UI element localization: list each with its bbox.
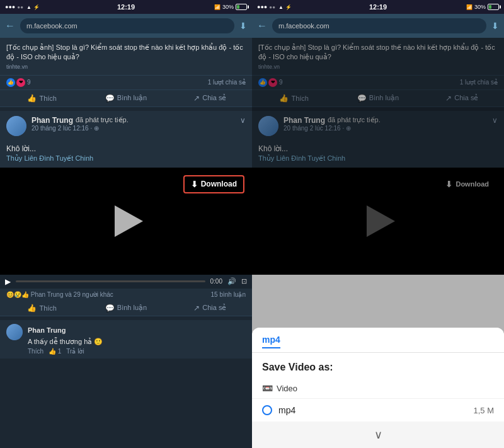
post-chevron-icon[interactable]: ∨ <box>240 116 246 125</box>
post-action-text: đã phát trực tiếp. <box>76 116 129 125</box>
like-btn-label: Thích <box>39 95 57 102</box>
chevron-down-icon[interactable]: ∨ <box>374 428 382 442</box>
comment-btn-label: Bình luận <box>117 94 147 102</box>
radio-circle[interactable] <box>262 405 272 415</box>
right-browser-bar: ← m.facebook.com ⬇ <box>252 14 504 38</box>
footer-comments: 15 bình luận <box>211 291 246 298</box>
right-browser-download-icon[interactable]: ⬇ <box>491 21 499 31</box>
dialog-option-row[interactable]: mp4 1,5 M <box>252 398 504 422</box>
avatar <box>6 116 26 136</box>
right-url-text: m.facebook.com <box>278 22 329 30</box>
left-time: 12:19 <box>117 3 135 11</box>
post-author-row: Phan Trung đã phát trực tiếp. <box>32 116 235 125</box>
action-buttons-row2: 👍 Thích 💬 Bình luận ↗ Chia sẻ <box>0 301 252 316</box>
reactions-row: 👍 ❤ 9 1 lượt chia sẻ <box>0 76 252 90</box>
article-snippet: [Tốc chụp ảnh] Stop là gì? Kiểm soát sto… <box>0 38 252 76</box>
back-button[interactable]: ← <box>5 20 15 32</box>
share-btn-label: Chia sẻ <box>202 94 226 102</box>
video-cassette-icon: 📼 <box>262 383 273 393</box>
right-signal-bars: ●●● <box>257 4 267 10</box>
mp4-dialog[interactable]: mp4 Save Video as: 📼 Video mp4 1,5 M ∨ <box>252 328 504 448</box>
comment-like-btn[interactable]: Thích <box>28 348 43 355</box>
action-buttons-row1: 👍 Thích 💬 Bình luận ↗ Chia sẻ <box>0 90 252 107</box>
share-count: 1 lượt chia sẻ <box>208 79 246 86</box>
right-time: 12:19 <box>369 3 387 11</box>
like-icon: 👍 <box>6 78 15 87</box>
signal-icon: 📶 <box>214 4 220 10</box>
option-size: 1,5 M <box>473 406 494 415</box>
share-btn-icon-2: ↗ <box>193 304 200 313</box>
footer-reactions: 😊😢👍 Phan Trung và 29 người khác <box>6 291 113 298</box>
mp4-tab-row: mp4 <box>252 328 504 353</box>
volume-icon[interactable]: 🔊 <box>227 277 236 285</box>
dialog-section-text: Video <box>277 384 297 393</box>
share-button-2[interactable]: ↗ Chia sẻ <box>168 304 252 313</box>
right-status-bar: ●●● ●● ▲ ⚡ 12:19 📶 30% <box>252 0 504 14</box>
like-button-2[interactable]: 👍 Thích <box>0 304 84 313</box>
left-phone-panel: ●●● ●● ▲ ⚡ 12:19 📶 30% ← m.facebook.com … <box>0 0 252 448</box>
battery-area: 📶 30% <box>214 4 247 10</box>
share-button[interactable]: ↗ Chia sẻ <box>168 94 252 103</box>
video-time: 0:00 <box>210 278 222 285</box>
play-button-icon[interactable] <box>115 205 143 237</box>
post-caption: Khô lời... Thủy Liên Đình Tuyết Chinh <box>0 141 252 168</box>
comment-section: Phan Trung A thấy dễ thương hả 🙂 Thích 👍… <box>0 320 252 359</box>
progress-bar[interactable] <box>16 280 205 282</box>
right-battery-percent: 30% <box>474 4 486 10</box>
caption-line1: Khô lời... <box>6 144 246 154</box>
url-bar[interactable]: m.facebook.com <box>20 18 234 33</box>
right-wifi-icon: ▲ <box>278 4 284 10</box>
caption-line2: Thủy Liên Đình Tuyết Chinh <box>6 154 246 163</box>
share-btn-icon: ↗ <box>193 94 200 103</box>
comment-content: Phan Trung A thấy dễ thương hả 🙂 Thích 👍… <box>28 324 246 355</box>
article-source: tinhte.vn <box>6 64 246 70</box>
signal-bars: ●●● <box>5 4 15 10</box>
post-meta: Phan Trung đã phát trực tiếp. 20 tháng 2… <box>32 116 235 132</box>
status-signals: ●●● ●● ▲ ⚡ <box>5 4 40 10</box>
browser-download-icon[interactable]: ⬇ <box>239 21 247 31</box>
download-label: Download <box>201 180 237 188</box>
reaction-count: 9 <box>27 79 31 86</box>
play-pause-icon[interactable]: ▶ <box>5 277 11 286</box>
video-download-button[interactable]: ⬇ Download <box>183 175 244 193</box>
bluetooth-icon: ⚡ <box>33 4 40 10</box>
dialog-chevron-row: ∨ <box>252 422 504 448</box>
video-player[interactable]: ⬇ Download <box>0 168 252 275</box>
right-battery-icon <box>488 4 499 10</box>
comment-avatar <box>6 324 23 340</box>
like-btn-label-2: Thích <box>39 304 57 312</box>
comment-button-2[interactable]: 💬 Bình luận <box>84 304 168 313</box>
right-url-bar[interactable]: m.facebook.com <box>272 18 486 33</box>
like-btn-icon: 👍 <box>27 94 37 103</box>
comment-meta: Thích 👍 1 Trả lời <box>28 348 246 355</box>
video-controls: ▶ 0:00 🔊 ⊡ <box>0 275 252 289</box>
right-panel-content: [Tốc chụp ảnh] Stop là gì? Kiểm soát sto… <box>252 38 504 448</box>
battery-percent: 30% <box>222 4 234 10</box>
wifi-icon: ▲ <box>26 4 32 10</box>
comment-like-count: 👍 1 <box>49 348 61 355</box>
right-signal-icon: 📶 <box>466 4 472 10</box>
right-phone-panel: ●●● ●● ▲ ⚡ 12:19 📶 30% ← m.facebook.com … <box>252 0 504 448</box>
dialog-title: Save Video as: <box>252 353 504 378</box>
like-button[interactable]: 👍 Thích <box>0 94 84 103</box>
post-footer: 😊😢👍 Phan Trung và 29 người khác 15 bình … <box>0 289 252 301</box>
article-title: [Tốc chụp ảnh] Stop là gì? Kiểm soát sto… <box>6 43 246 62</box>
left-status-bar: ●●● ●● ▲ ⚡ 12:19 📶 30% <box>0 0 252 14</box>
comment-btn-icon-2: 💬 <box>105 304 115 313</box>
fullscreen-icon[interactable]: ⊡ <box>241 277 247 285</box>
comment-button[interactable]: 💬 Bình luận <box>84 94 168 103</box>
signal-empty: ●● <box>17 4 23 10</box>
right-bluetooth-icon: ⚡ <box>285 4 292 10</box>
comment-author: Phan Trung <box>28 326 66 334</box>
comment-btn-icon: 💬 <box>105 94 115 103</box>
mp4-tab[interactable]: mp4 <box>262 335 280 348</box>
right-back-button[interactable]: ← <box>257 20 267 32</box>
left-browser-bar: ← m.facebook.com ⬇ <box>0 14 252 38</box>
option-label: mp4 <box>278 405 295 415</box>
radio-inner <box>265 408 270 413</box>
option-left: mp4 <box>262 405 295 415</box>
comment-reply-btn[interactable]: Trả lời <box>66 348 84 355</box>
avatar-image <box>6 116 26 136</box>
comment-btn-label-2: Bình luận <box>117 304 147 312</box>
download-arrow-icon: ⬇ <box>191 180 198 189</box>
